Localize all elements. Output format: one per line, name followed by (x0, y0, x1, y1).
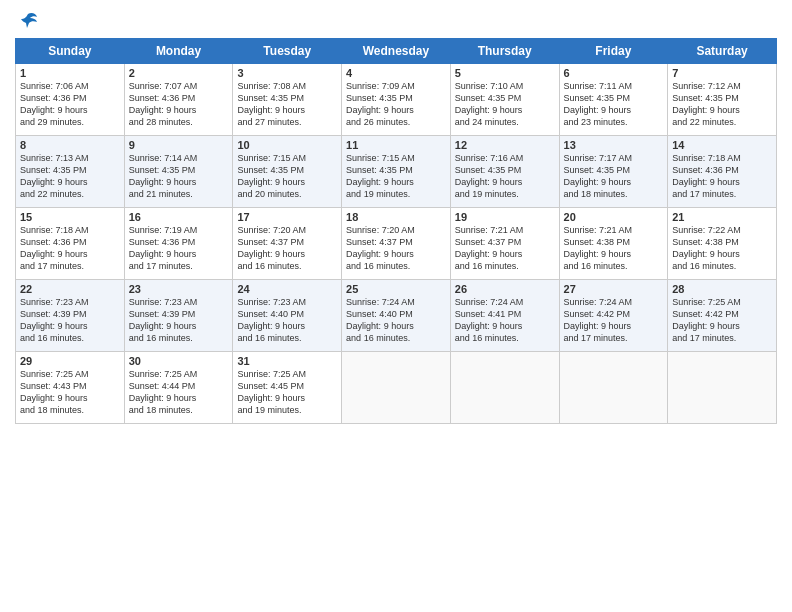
calendar-cell: 9Sunrise: 7:14 AMSunset: 4:35 PMDaylight… (124, 136, 233, 208)
cell-info: Sunrise: 7:10 AMSunset: 4:35 PMDaylight:… (455, 80, 555, 129)
calendar-cell: 1Sunrise: 7:06 AMSunset: 4:36 PMDaylight… (16, 64, 125, 136)
calendar-cell: 2Sunrise: 7:07 AMSunset: 4:36 PMDaylight… (124, 64, 233, 136)
calendar-week-row: 29Sunrise: 7:25 AMSunset: 4:43 PMDayligh… (16, 352, 777, 424)
cell-info: Sunrise: 7:18 AMSunset: 4:36 PMDaylight:… (672, 152, 772, 201)
calendar-week-row: 8Sunrise: 7:13 AMSunset: 4:35 PMDaylight… (16, 136, 777, 208)
cell-info: Sunrise: 7:21 AMSunset: 4:38 PMDaylight:… (564, 224, 664, 273)
calendar-cell (342, 352, 451, 424)
day-number: 4 (346, 67, 446, 79)
day-number: 5 (455, 67, 555, 79)
calendar-cell: 3Sunrise: 7:08 AMSunset: 4:35 PMDaylight… (233, 64, 342, 136)
cell-info: Sunrise: 7:25 AMSunset: 4:45 PMDaylight:… (237, 368, 337, 417)
calendar-week-row: 22Sunrise: 7:23 AMSunset: 4:39 PMDayligh… (16, 280, 777, 352)
logo (15, 10, 39, 32)
cell-info: Sunrise: 7:19 AMSunset: 4:36 PMDaylight:… (129, 224, 229, 273)
cell-info: Sunrise: 7:23 AMSunset: 4:40 PMDaylight:… (237, 296, 337, 345)
calendar-cell: 27Sunrise: 7:24 AMSunset: 4:42 PMDayligh… (559, 280, 668, 352)
day-number: 20 (564, 211, 664, 223)
day-number: 8 (20, 139, 120, 151)
day-number: 29 (20, 355, 120, 367)
column-header-tuesday: Tuesday (233, 39, 342, 64)
column-header-friday: Friday (559, 39, 668, 64)
cell-info: Sunrise: 7:12 AMSunset: 4:35 PMDaylight:… (672, 80, 772, 129)
day-number: 13 (564, 139, 664, 151)
cell-info: Sunrise: 7:16 AMSunset: 4:35 PMDaylight:… (455, 152, 555, 201)
cell-info: Sunrise: 7:24 AMSunset: 4:42 PMDaylight:… (564, 296, 664, 345)
day-number: 1 (20, 67, 120, 79)
calendar-cell: 21Sunrise: 7:22 AMSunset: 4:38 PMDayligh… (668, 208, 777, 280)
column-header-monday: Monday (124, 39, 233, 64)
calendar-cell: 11Sunrise: 7:15 AMSunset: 4:35 PMDayligh… (342, 136, 451, 208)
day-number: 10 (237, 139, 337, 151)
calendar-cell: 13Sunrise: 7:17 AMSunset: 4:35 PMDayligh… (559, 136, 668, 208)
day-number: 9 (129, 139, 229, 151)
calendar-week-row: 15Sunrise: 7:18 AMSunset: 4:36 PMDayligh… (16, 208, 777, 280)
cell-info: Sunrise: 7:20 AMSunset: 4:37 PMDaylight:… (346, 224, 446, 273)
calendar-cell: 24Sunrise: 7:23 AMSunset: 4:40 PMDayligh… (233, 280, 342, 352)
day-number: 3 (237, 67, 337, 79)
cell-info: Sunrise: 7:24 AMSunset: 4:41 PMDaylight:… (455, 296, 555, 345)
calendar-cell: 5Sunrise: 7:10 AMSunset: 4:35 PMDaylight… (450, 64, 559, 136)
cell-info: Sunrise: 7:25 AMSunset: 4:44 PMDaylight:… (129, 368, 229, 417)
calendar-cell: 31Sunrise: 7:25 AMSunset: 4:45 PMDayligh… (233, 352, 342, 424)
calendar-cell: 20Sunrise: 7:21 AMSunset: 4:38 PMDayligh… (559, 208, 668, 280)
page: SundayMondayTuesdayWednesdayThursdayFrid… (0, 0, 792, 612)
day-number: 31 (237, 355, 337, 367)
cell-info: Sunrise: 7:15 AMSunset: 4:35 PMDaylight:… (237, 152, 337, 201)
calendar-cell: 17Sunrise: 7:20 AMSunset: 4:37 PMDayligh… (233, 208, 342, 280)
cell-info: Sunrise: 7:07 AMSunset: 4:36 PMDaylight:… (129, 80, 229, 129)
calendar-cell: 29Sunrise: 7:25 AMSunset: 4:43 PMDayligh… (16, 352, 125, 424)
cell-info: Sunrise: 7:23 AMSunset: 4:39 PMDaylight:… (20, 296, 120, 345)
calendar-cell: 8Sunrise: 7:13 AMSunset: 4:35 PMDaylight… (16, 136, 125, 208)
day-number: 15 (20, 211, 120, 223)
day-number: 24 (237, 283, 337, 295)
calendar-cell: 16Sunrise: 7:19 AMSunset: 4:36 PMDayligh… (124, 208, 233, 280)
calendar-cell: 7Sunrise: 7:12 AMSunset: 4:35 PMDaylight… (668, 64, 777, 136)
day-number: 7 (672, 67, 772, 79)
day-number: 22 (20, 283, 120, 295)
cell-info: Sunrise: 7:13 AMSunset: 4:35 PMDaylight:… (20, 152, 120, 201)
calendar-cell: 26Sunrise: 7:24 AMSunset: 4:41 PMDayligh… (450, 280, 559, 352)
day-number: 26 (455, 283, 555, 295)
day-number: 12 (455, 139, 555, 151)
day-number: 17 (237, 211, 337, 223)
cell-info: Sunrise: 7:23 AMSunset: 4:39 PMDaylight:… (129, 296, 229, 345)
calendar-cell: 15Sunrise: 7:18 AMSunset: 4:36 PMDayligh… (16, 208, 125, 280)
column-header-wednesday: Wednesday (342, 39, 451, 64)
calendar-cell: 6Sunrise: 7:11 AMSunset: 4:35 PMDaylight… (559, 64, 668, 136)
day-number: 11 (346, 139, 446, 151)
day-number: 6 (564, 67, 664, 79)
day-number: 14 (672, 139, 772, 151)
day-number: 18 (346, 211, 446, 223)
cell-info: Sunrise: 7:17 AMSunset: 4:35 PMDaylight:… (564, 152, 664, 201)
cell-info: Sunrise: 7:21 AMSunset: 4:37 PMDaylight:… (455, 224, 555, 273)
column-header-thursday: Thursday (450, 39, 559, 64)
cell-info: Sunrise: 7:11 AMSunset: 4:35 PMDaylight:… (564, 80, 664, 129)
calendar-week-row: 1Sunrise: 7:06 AMSunset: 4:36 PMDaylight… (16, 64, 777, 136)
column-header-sunday: Sunday (16, 39, 125, 64)
day-number: 21 (672, 211, 772, 223)
cell-info: Sunrise: 7:22 AMSunset: 4:38 PMDaylight:… (672, 224, 772, 273)
day-number: 2 (129, 67, 229, 79)
cell-info: Sunrise: 7:25 AMSunset: 4:42 PMDaylight:… (672, 296, 772, 345)
calendar-cell: 10Sunrise: 7:15 AMSunset: 4:35 PMDayligh… (233, 136, 342, 208)
calendar-cell: 23Sunrise: 7:23 AMSunset: 4:39 PMDayligh… (124, 280, 233, 352)
cell-info: Sunrise: 7:15 AMSunset: 4:35 PMDaylight:… (346, 152, 446, 201)
logo-bird-icon (17, 10, 39, 32)
column-header-saturday: Saturday (668, 39, 777, 64)
day-number: 23 (129, 283, 229, 295)
cell-info: Sunrise: 7:09 AMSunset: 4:35 PMDaylight:… (346, 80, 446, 129)
cell-info: Sunrise: 7:20 AMSunset: 4:37 PMDaylight:… (237, 224, 337, 273)
calendar-cell: 22Sunrise: 7:23 AMSunset: 4:39 PMDayligh… (16, 280, 125, 352)
calendar-cell: 19Sunrise: 7:21 AMSunset: 4:37 PMDayligh… (450, 208, 559, 280)
cell-info: Sunrise: 7:25 AMSunset: 4:43 PMDaylight:… (20, 368, 120, 417)
header (15, 10, 777, 32)
calendar-cell: 28Sunrise: 7:25 AMSunset: 4:42 PMDayligh… (668, 280, 777, 352)
calendar-cell: 18Sunrise: 7:20 AMSunset: 4:37 PMDayligh… (342, 208, 451, 280)
calendar-body: 1Sunrise: 7:06 AMSunset: 4:36 PMDaylight… (16, 64, 777, 424)
calendar-cell: 4Sunrise: 7:09 AMSunset: 4:35 PMDaylight… (342, 64, 451, 136)
calendar-cell (450, 352, 559, 424)
day-number: 19 (455, 211, 555, 223)
calendar-cell: 25Sunrise: 7:24 AMSunset: 4:40 PMDayligh… (342, 280, 451, 352)
day-number: 28 (672, 283, 772, 295)
